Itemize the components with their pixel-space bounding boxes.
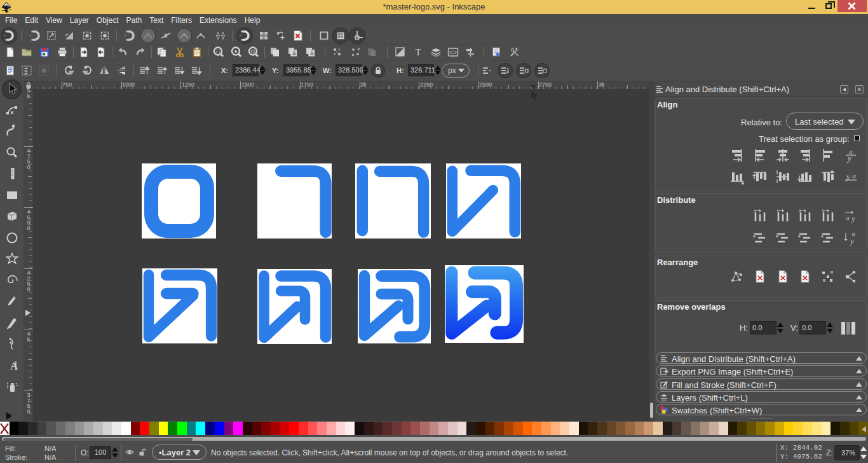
svg-text:a: a bbox=[852, 172, 856, 179]
svg-text:y: y bbox=[850, 237, 854, 245]
svg-text:T: T bbox=[415, 47, 421, 57]
svg-text:A: A bbox=[10, 360, 18, 372]
svg-text:a: a bbox=[846, 214, 850, 221]
svg-text:y: y bbox=[851, 214, 855, 223]
svg-text:<>: <> bbox=[449, 49, 457, 56]
svg-text:y: y bbox=[846, 153, 851, 163]
